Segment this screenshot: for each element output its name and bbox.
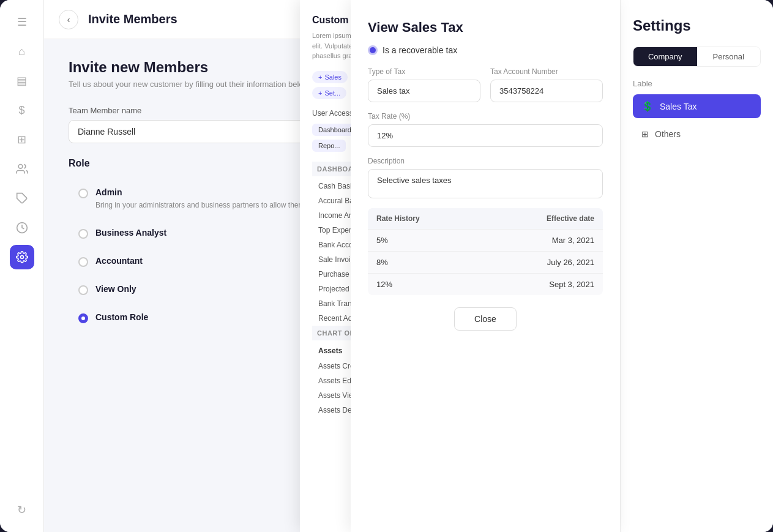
tax-account-number-label: Tax Account Number <box>490 67 603 76</box>
view-only-radio[interactable] <box>78 285 88 295</box>
clock-icon[interactable] <box>10 215 34 240</box>
back-button[interactable]: ‹ <box>59 10 78 29</box>
others-icon: ⊞ <box>641 129 649 139</box>
tax-rate-value: 12% <box>368 124 603 147</box>
table-row: 8%July 26, 2021 <box>368 252 603 274</box>
custom-role-name: Custom Role <box>95 312 148 322</box>
svg-point-3 <box>20 256 23 259</box>
admin-radio[interactable] <box>78 189 88 198</box>
sales-tax-label: Sales Tax <box>660 102 696 111</box>
recoverable-row: Is a recoverable tax <box>368 45 603 55</box>
name-label: Team Member name <box>69 106 325 115</box>
tag-icon[interactable] <box>10 186 34 211</box>
rate-history-table: Rate History Effective date 5%Mar 3, 202… <box>368 208 603 295</box>
tax-rate-label: Tax Rate (%) <box>368 112 603 121</box>
rate-history-col1: Rate History <box>368 208 481 230</box>
tax-account-number-group: Tax Account Number 3543758224 <box>490 67 603 102</box>
rate-cell: 8% <box>368 252 481 274</box>
users-icon[interactable] <box>10 157 34 181</box>
rate-cell: 12% <box>368 274 481 296</box>
access-tag-reports[interactable]: Repo... <box>312 140 346 152</box>
card-icon[interactable]: ▤ <box>10 69 34 93</box>
name-input[interactable] <box>69 120 325 143</box>
business-analyst-radio[interactable] <box>78 229 88 239</box>
date-cell: Sept 3, 2021 <box>481 274 603 296</box>
view-sales-tax-panel: View Sales Tax Is a recoverable tax Type… <box>351 0 620 532</box>
tag-sales[interactable]: + Sales <box>312 71 348 83</box>
description-value: Selective sales taxes <box>368 169 603 198</box>
dollar-icon[interactable]: $ <box>10 98 34 122</box>
date-cell: Mar 3, 2021 <box>481 230 603 252</box>
grid-icon[interactable]: ⊞ <box>10 127 34 152</box>
view-only-role-name: View Only <box>95 284 136 294</box>
type-of-tax-group: Type of Tax Sales tax <box>368 67 480 102</box>
close-button[interactable]: Close <box>454 307 517 331</box>
menu-icon[interactable]: ☰ <box>10 10 34 34</box>
refresh-icon[interactable]: ↻ <box>10 498 34 522</box>
accountant-radio[interactable] <box>78 257 88 267</box>
sidebar: ☰ ⌂ ▤ $ ⊞ ↻ <box>0 0 44 532</box>
tax-fields-row: Type of Tax Sales tax Tax Account Number… <box>368 67 603 102</box>
table-row: 12%Sept 3, 2021 <box>368 274 603 296</box>
tax-rate-group: Tax Rate (%) 12% <box>368 112 603 147</box>
sales-tax-icon: 💲 <box>641 100 654 112</box>
settings-panel: Settings Company Personal Lable 💲 Sales … <box>620 0 773 532</box>
custom-role-radio[interactable] <box>78 313 88 323</box>
accountant-role-name: Accountant <box>95 256 143 266</box>
tab-company[interactable]: Company <box>633 47 697 66</box>
label-others[interactable]: ⊞ Others <box>633 123 761 145</box>
recoverable-label: Is a recoverable tax <box>383 45 457 55</box>
label-sales-tax[interactable]: 💲 Sales Tax <box>633 94 761 118</box>
vst-title: View Sales Tax <box>368 20 603 36</box>
type-of-tax-value: Sales tax <box>368 80 480 102</box>
settings-title: Settings <box>633 17 761 34</box>
tax-account-number-value: 3543758224 <box>490 80 603 102</box>
table-row: 5%Mar 3, 2021 <box>368 230 603 252</box>
recoverable-radio[interactable] <box>368 45 378 55</box>
others-label: Others <box>655 129 681 139</box>
home-icon[interactable]: ⌂ <box>10 39 34 64</box>
tab-personal[interactable]: Personal <box>697 47 761 66</box>
name-group: Team Member name <box>69 106 325 143</box>
svg-point-0 <box>18 165 23 169</box>
settings-icon[interactable] <box>10 245 34 269</box>
type-of-tax-label: Type of Tax <box>368 67 480 76</box>
settings-tabs: Company Personal <box>633 47 761 67</box>
date-cell: July 26, 2021 <box>481 252 603 274</box>
rate-cell: 5% <box>368 230 481 252</box>
rate-history-col2: Effective date <box>481 208 603 230</box>
business-analyst-role-name: Business Analyst <box>95 228 166 238</box>
tag-settings[interactable]: + Set... <box>312 87 346 99</box>
description-label: Description <box>368 157 603 165</box>
label-section-label: Lable <box>633 79 761 88</box>
